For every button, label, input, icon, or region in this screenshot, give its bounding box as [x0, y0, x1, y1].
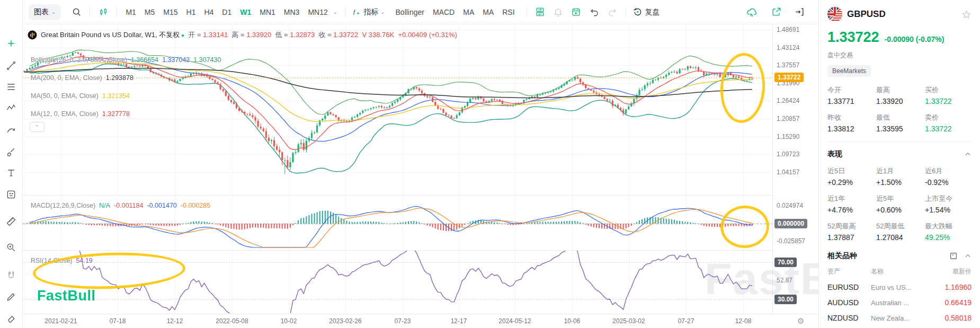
legend-value: 1.293878 — [106, 74, 133, 82]
brush-icon — [6, 146, 16, 157]
search-button[interactable] — [67, 4, 85, 20]
undo-button[interactable] — [585, 4, 603, 20]
date-tick-label: 07-27 — [678, 317, 694, 325]
price-axis-label: 1.43124 — [777, 44, 799, 51]
pitchfork-tool[interactable] — [4, 122, 19, 137]
timeframe-button-w1[interactable]: W1 — [236, 6, 255, 19]
chevron-up-icon[interactable] — [964, 252, 972, 260]
performance-item: 近6月-0.92% — [925, 166, 972, 187]
collapse-panel-button[interactable] — [790, 4, 808, 20]
performance-item: 近1年+4.76% — [827, 194, 876, 214]
related-row-nzdusd[interactable]: NZDUSDNew Zeala...0.58018 — [827, 314, 972, 322]
performance-label: 近5日 — [827, 166, 876, 176]
related-asset: AUDUSD — [827, 298, 871, 307]
fib-lines-icon — [6, 82, 16, 92]
candle-style-button[interactable] — [94, 4, 112, 20]
legend-ma200[interactable]: MA(200, 0, EMA, Close)1.293878 — [31, 74, 133, 82]
magnet-mode-button[interactable] — [4, 268, 19, 283]
indicator-button-rsi-4[interactable]: RSI — [498, 6, 519, 19]
share-button[interactable] — [767, 4, 785, 20]
chart-menu-button[interactable]: 图表 ⌄ — [29, 4, 61, 20]
broker-badge[interactable]: BeeMarkets — [827, 65, 871, 77]
zoom-tool[interactable] — [4, 240, 19, 255]
stat-value: 1.33920 — [876, 97, 925, 105]
performance-item: 近5日+0.29% — [827, 166, 876, 187]
timeframe-button-m5[interactable]: M5 — [140, 6, 159, 19]
timeframe-button-m1[interactable]: M1 — [121, 6, 140, 19]
timeframe-button-d1[interactable]: D1 — [218, 6, 236, 19]
related-section-title: 相关品种 — [827, 251, 949, 261]
wave-pattern-tool[interactable] — [4, 101, 19, 116]
measure-tool[interactable] — [4, 214, 19, 229]
stat-value: 1.33771 — [827, 97, 876, 105]
smiley-icon — [6, 189, 16, 200]
legend-macd[interactable]: MACD(12,26,9,Close)N/A-0.001184-0.001470… — [31, 202, 210, 209]
related-price: 1.16960 — [945, 283, 972, 291]
legend-collapse-button[interactable]: ⌃ — [30, 122, 44, 132]
symbol-info-bar[interactable]: Great Britain Pound vs US Dollar, W1, 不复… — [28, 30, 457, 40]
panel-list-icon[interactable] — [949, 252, 958, 260]
stat-item: 今开1.33771 — [827, 85, 876, 105]
timeframe-button-h1[interactable]: H1 — [182, 6, 200, 19]
related-row-eurusd[interactable]: EURUSDEuro vs US...1.16960 — [827, 283, 972, 291]
settings-gear-icon[interactable]: ⚙ — [797, 316, 804, 326]
draw-continue-button[interactable] — [4, 289, 19, 304]
text-tool[interactable] — [4, 165, 19, 180]
macd-axis-bottom: -0.025857 — [777, 237, 805, 245]
indicator-button-macd-1[interactable]: MACD — [429, 6, 459, 19]
more-tools-button[interactable] — [4, 312, 19, 326]
calendar-button[interactable] — [567, 4, 585, 20]
legend-ma12[interactable]: MA(12, 0, EMA, Close)1.327778 — [31, 110, 130, 118]
performance-section-title: 表现 — [827, 149, 964, 159]
price-axis-label: 1.04157 — [777, 169, 799, 176]
timeframe-button-m15[interactable]: M15 — [159, 6, 182, 19]
stat-item: 买价1.33722 — [925, 85, 972, 105]
symbol-sidebar: GBPUSD 1.33722 -0.00090 (-0.07%) 盘中交易 Be… — [818, 0, 980, 328]
price-axis-label: 1.48691 — [777, 26, 799, 33]
alert-button[interactable] — [549, 4, 567, 20]
indicator-button-ma-3[interactable]: MA — [478, 6, 498, 19]
performance-value: +1.50% — [876, 178, 925, 187]
performance-value: +0.60% — [876, 206, 925, 214]
favorite-star-icon[interactable] — [961, 10, 972, 20]
legend-name: MACD(12,26,9,Close) — [31, 202, 95, 209]
trend-line-tool[interactable] — [4, 58, 19, 73]
timeframe-button-mn3[interactable]: MN3 — [280, 6, 304, 19]
legend-ma50[interactable]: MA(50, 0, EMA, Close)1.321354 — [31, 92, 130, 100]
time-axis[interactable]: 2021-02-2107-1812-122022-05-0810-022023-… — [0, 314, 818, 328]
timeframe-more-chevron-icon[interactable]: ⌄ — [333, 9, 337, 15]
layout-compare-button[interactable] — [531, 4, 549, 20]
brush-tool[interactable] — [4, 144, 19, 159]
redo-button[interactable] — [603, 4, 621, 20]
date-tick-label: 2021-02-21 — [44, 317, 77, 325]
current-price-badge: 1.33722 — [774, 73, 804, 82]
legend-value: -0.000285 — [181, 202, 210, 209]
indicator-button-ma-2[interactable]: MA — [459, 6, 478, 19]
curve-arrow-icon — [6, 125, 16, 135]
add-indicator-button[interactable] — [4, 36, 19, 51]
text-icon — [6, 167, 16, 178]
timeframe-button-mn1[interactable]: MN1 — [255, 6, 280, 19]
timeframe-button-mn12[interactable]: MN12 — [304, 6, 332, 19]
related-column-header: 最新价 — [952, 267, 972, 276]
related-name: Australian ... — [871, 299, 945, 307]
related-name: Euro vs US... — [871, 283, 945, 291]
timeframe-button-h4[interactable]: H4 — [200, 6, 218, 19]
cloud-save-button[interactable] — [743, 4, 761, 20]
replay-button[interactable]: 复盘 — [630, 4, 662, 20]
sticker-tool[interactable] — [4, 187, 19, 202]
rsi-level-badge: 70.00 — [774, 258, 797, 267]
legend-bollinger[interactable]: Bollinger(26, 0, 2.0, SMA, Close)1.36665… — [31, 56, 221, 64]
indicator-button-bollinger-0[interactable]: Bollinger — [391, 6, 429, 19]
date-tick-label: 10-06 — [564, 317, 581, 325]
fib-retracement-tool[interactable] — [4, 79, 19, 94]
price-axis-label: 1.26424 — [777, 97, 799, 104]
performance-item: 近1月+1.50% — [876, 166, 925, 187]
undo-icon — [590, 7, 599, 17]
indicators-button[interactable]: f 指标 ⌄ — [350, 4, 387, 20]
stat-item: 最高1.33920 — [876, 85, 925, 105]
chevron-up-icon[interactable] — [964, 150, 972, 158]
related-row-audusd[interactable]: AUDUSDAustralian ...0.66419 — [827, 298, 972, 307]
date-tick-label: 12-08 — [735, 317, 752, 325]
date-tick-label: 2025-03-02 — [612, 317, 645, 325]
